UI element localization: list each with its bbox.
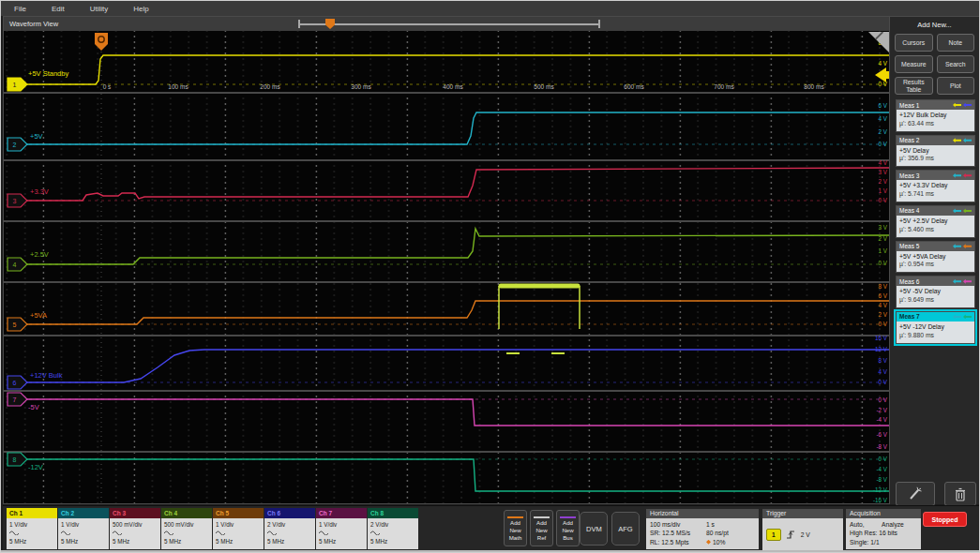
acquisition-mode: Auto,: [850, 520, 882, 529]
add-new-measure-button[interactable]: Measure: [895, 55, 933, 73]
ch6-scale-label: 16 V: [875, 335, 888, 341]
channel-badge-ch-5[interactable]: Ch 51 V/div5 MHz: [213, 508, 264, 549]
timebase-scrollbar[interactable]: [298, 20, 600, 28]
trigger-panel-body: 1 2 V: [762, 518, 843, 552]
ch3-trace[interactable]: [23, 168, 889, 201]
channel-badge-title: Ch 1: [7, 508, 57, 518]
add-new-note-button[interactable]: Note: [937, 34, 975, 52]
ch8-ground-badge[interactable]: [8, 453, 27, 466]
add-new-results-table-button[interactable]: Results Table: [895, 77, 933, 95]
channel-badge-ch-8[interactable]: Ch 82 V/div5 MHz: [368, 508, 418, 549]
afg-button[interactable]: AFG: [611, 512, 640, 546]
add-new-bus-button[interactable]: AddNewBus: [556, 510, 580, 546]
measurement-body: +12V Bulk Delayµ': 63.44 ms: [897, 110, 974, 131]
button-label-line: New: [557, 527, 579, 534]
ch2-ground-badge[interactable]: [8, 138, 27, 151]
measurement-name: +5V -5V Delay: [899, 288, 972, 296]
ch8-scale-label: -4 V: [876, 466, 887, 472]
channel-scale: 2 V/div: [370, 520, 415, 529]
measurement-badge-6[interactable]: Meas 6+5V -5V Delayµ': 9.649 ms: [896, 276, 975, 308]
add-new-ref-button[interactable]: AddNewRef: [530, 510, 553, 546]
ch1-ground-badge[interactable]: [8, 78, 27, 91]
measurement-value: µ': 9.880 ms: [899, 332, 972, 340]
channel-badge-ch-3[interactable]: Ch 3500 mV/div5 MHz: [110, 508, 160, 549]
ch7-ground-badge[interactable]: [8, 393, 27, 406]
trigger-position-slider-icon[interactable]: [325, 19, 335, 29]
ch4-trace[interactable]: [23, 229, 889, 264]
ch2-trace[interactable]: [23, 112, 889, 144]
measurement-badge-3[interactable]: Meas 3+5V +3.3V Delayµ': 5.741 ms: [896, 170, 975, 202]
ch7-trace[interactable]: [23, 399, 889, 426]
ch3-ground-badge[interactable]: [8, 194, 27, 207]
source-chip-icon: [963, 208, 972, 213]
ch1-trace[interactable]: [23, 55, 889, 84]
add-new-math-button[interactable]: AddNewMath: [504, 510, 527, 546]
measurement-value: µ': 0.954 ms: [899, 261, 972, 269]
measurement-name: +5V +2.5V Delay: [899, 217, 972, 226]
ch4-scale-label: 2 V: [879, 235, 888, 242]
add-new-search-button[interactable]: Search: [937, 55, 975, 73]
measurement-name: +5V -12V Delay: [899, 323, 972, 332]
measurement-header: Meas 1: [897, 100, 974, 110]
add-new-plot-button[interactable]: Plot: [937, 77, 975, 95]
button-label-line: Math: [505, 534, 526, 542]
ch2-badge-number: 2: [13, 142, 17, 148]
dvm-button[interactable]: DVM: [580, 512, 608, 546]
channel-scale: 1 V/div: [216, 520, 261, 529]
channel-badge-ch-1[interactable]: Ch 11 V/div5 MHz: [7, 508, 57, 549]
ch4-ground-badge[interactable]: [8, 258, 27, 271]
measurement-badge-1[interactable]: Meas 1+12V Bulk Delayµ': 63.44 ms: [896, 99, 975, 132]
acquisition-panel[interactable]: Acquisition Auto, Analyze High Res: 16 b…: [846, 509, 921, 549]
ch5-scale-label: 6 V: [879, 292, 888, 299]
ch5-ground-badge[interactable]: [8, 318, 27, 331]
channel-bandwidth: 5 MHz: [9, 537, 54, 546]
measurement-value: µ': 5.460 ms: [899, 226, 972, 234]
ch5-scale-label: 8 V: [879, 283, 888, 290]
measurement-badge-7[interactable]: Meas 7+5V -12V Delayµ': 9.880 ms: [896, 311, 975, 344]
measurement-badge-2[interactable]: Meas 2+5V Delayµ': 356.9 ms: [896, 135, 975, 168]
channel-badge-ch-7[interactable]: Ch 71 V/div5 MHz: [316, 508, 367, 549]
measurement-body: +5V +3.3V Delayµ': 5.741 ms: [897, 180, 974, 202]
channel-badge-ch-2[interactable]: Ch 21 V/div5 MHz: [58, 508, 109, 549]
horizontal-position: 10%: [713, 539, 725, 546]
stopped-button[interactable]: Stopped: [923, 512, 967, 527]
channel-badge-ch-4[interactable]: Ch 4500 mV/div5 MHz: [161, 508, 212, 549]
ch5-trace[interactable]: [23, 301, 889, 324]
measurement-source-chips: [951, 208, 972, 213]
ch8-trace[interactable]: [23, 459, 889, 491]
ch4-rail-label: +2.5V: [30, 250, 49, 259]
source-chip-icon: [963, 244, 972, 248]
measurement-source-chips: [951, 173, 972, 178]
bandwidth-squiggle-icon: [9, 531, 19, 535]
add-new-cursors-button[interactable]: Cursors: [895, 34, 933, 52]
measurement-source-chips: [951, 103, 972, 108]
horizontal-panel[interactable]: Horizontal 100 ms/div 1 s SR: 12.5 MS/s …: [646, 509, 759, 549]
waveform-plot[interactable]: 0 s100 ms200 ms300 ms400 ms500 ms600 ms7…: [4, 31, 889, 503]
measurement-name: +5V +5VA Delay: [899, 253, 972, 262]
horizontal-resolution: 80 ns/pt: [706, 529, 729, 537]
channel-bandwidth: 5 MHz: [164, 537, 209, 546]
ch6-ground-badge[interactable]: [8, 376, 27, 389]
trash-button[interactable]: [944, 482, 976, 506]
menu-item-edit[interactable]: Edit: [52, 5, 65, 13]
ch7-rail-label: -5V: [28, 403, 39, 411]
menu-item-file[interactable]: File: [14, 5, 26, 13]
channel-badge-ch-6[interactable]: Ch 62 V/div5 MHz: [264, 508, 315, 549]
measurement-badge-4[interactable]: Meas 4+5V +2.5V Delayµ': 5.460 ms: [896, 205, 975, 238]
menu-item-help[interactable]: Help: [133, 5, 148, 13]
bandwidth-squiggle-icon: [61, 531, 70, 535]
zoom-tool-button[interactable]: [896, 482, 935, 506]
ch2-scale-label: 4 V: [879, 115, 888, 122]
horizontal-scale: 100 ms/div: [650, 520, 706, 529]
ch3-scale-label: 2 V: [879, 178, 888, 185]
trigger-panel[interactable]: Trigger 1 2 V: [762, 509, 843, 552]
menu-item-utility[interactable]: Utility: [90, 5, 109, 13]
ch4-scale-label: 3 V: [879, 224, 888, 231]
settings-bar: Ch 11 V/div5 MHzCh 21 V/div5 MHzCh 3500 …: [3, 505, 979, 550]
ch2-scale-label: 0 V: [879, 141, 888, 147]
ch3-scale-label: 1 V: [879, 187, 888, 194]
channel-bandwidth: 5 MHz: [370, 537, 415, 546]
waveform-view-titlebar: Waveform View: [4, 17, 889, 31]
ch6-trace[interactable]: [23, 350, 889, 382]
measurement-badge-5[interactable]: Meas 5+5V +5VA Delayµ': 0.954 ms: [896, 241, 975, 274]
